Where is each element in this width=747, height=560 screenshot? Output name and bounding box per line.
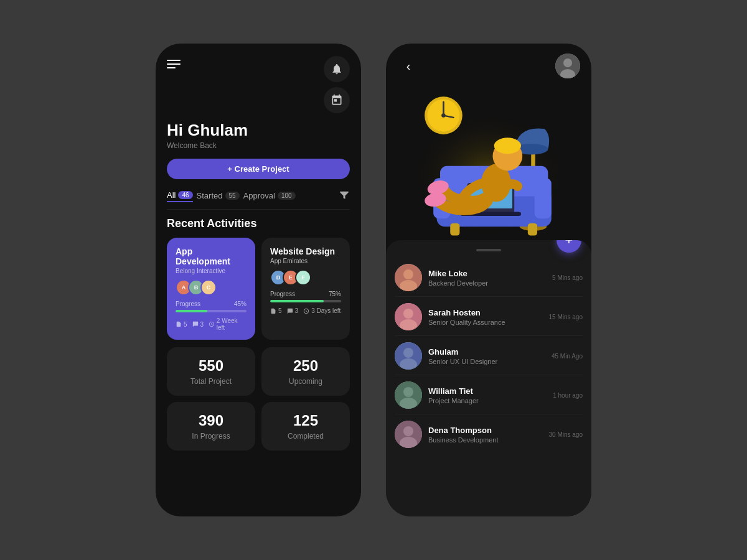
tab-started-label: Started [197,191,223,200]
right-phone: ‹ [386,44,591,516]
stat-number-progress: 390 [177,412,245,429]
contact-list: Mike Loke Backend Developer 5 Mins ago S… [395,259,583,453]
illustration-area [386,78,591,240]
contact-name-3: Ghulam [428,347,545,357]
card-avatars-2: D E F [270,269,341,286]
svg-rect-16 [450,223,459,236]
card-avatars-1: A B C [176,279,247,296]
stat-label-completed: Completed [271,432,340,441]
calendar-button[interactable] [324,87,350,113]
svg-point-41 [403,426,413,436]
tab-approval-label: Approval [243,191,275,200]
contact-time-5: 30 Mins ago [549,431,583,438]
tab-approval[interactable]: Approval 100 [243,191,296,202]
contact-info-5: Dena Thompson Business Development [428,426,543,444]
svg-point-1 [563,58,572,67]
contact-name-4: William Tiet [428,386,547,396]
card-sub-2: App Emirates [270,258,341,264]
contact-item[interactable]: William Tiet Project Manager 1 hour ago [395,376,583,414]
progress-bar-2 [270,300,341,302]
contact-avatar-5 [395,421,422,448]
card-title-2: Website Design [270,246,341,256]
tab-all-label: All [167,190,176,200]
greeting-title: Hi Ghulam [167,121,350,140]
action-icons [324,56,350,113]
tab-all[interactable]: All 46 [167,190,193,202]
tab-bar: All 46 Started 55 Approval 100 [167,189,350,210]
svg-point-38 [403,387,413,397]
contact-avatar-4 [395,381,422,409]
section-title: Recent Activities [167,217,350,230]
contact-item[interactable]: Sarah Hosten Senior Quality Assurance 15… [395,298,583,336]
svg-rect-17 [528,223,537,236]
contact-item[interactable]: Mike Loke Backend Developer 5 Mins ago [395,259,583,297]
contact-time-2: 15 Mins ago [549,314,583,320]
contact-info-3: Ghulam Senior UX UI Designer [428,347,545,365]
contact-item[interactable]: Dena Thompson Business Development 30 Mi… [395,416,583,453]
svg-point-29 [403,269,413,279]
calendar-icon [331,94,343,106]
progress-label-1: Progress 45% [176,301,247,307]
card-footer-1: 5 3 2 Week left [176,317,247,331]
contact-avatar-3 [395,342,422,370]
contact-avatar-2 [395,303,422,330]
notification-button[interactable] [324,56,350,82]
greeting-subtitle: Welcome Back [167,141,350,150]
contact-avatar-1 [395,264,422,291]
contact-panel: + Mike Loke Backend Developer 5 Mins ago [386,240,591,516]
stat-total-project: 550 Total Project [167,347,255,396]
contact-name-2: Sarah Hosten [428,308,543,317]
svg-rect-25 [496,143,520,149]
contact-info-4: William Tiet Project Manager [428,386,547,404]
avatar-6: F [295,269,311,286]
card-footer-2: 5 3 3 Days left [270,307,341,314]
stat-number-upcoming: 250 [271,357,340,375]
progress-fill-1 [176,310,207,312]
contact-time-3: 45 Min Ago [552,353,583,360]
progress-label-2: Progress 75% [270,291,341,297]
contact-item[interactable]: Ghulam Senior UX UI Designer 45 Min Ago [395,337,583,375]
contact-info-2: Sarah Hosten Senior Quality Assurance [428,308,543,326]
contact-time-4: 1 hour ago [553,392,583,399]
left-phone: Hi Ghulam Welcome Back + Create Project … [156,44,361,516]
contact-info-1: Mike Loke Backend Developer [428,269,546,287]
stats-grid: 550 Total Project 250 Upcoming 390 In Pr… [167,347,350,450]
create-project-button[interactable]: + Create Project [167,159,350,179]
activity-card-app-dev[interactable]: App Development Belong Interactive A B C… [167,238,255,340]
contact-role-4: Project Manager [428,397,547,404]
stat-in-progress: 390 In Progress [167,402,255,450]
tab-all-badge: 46 [178,191,192,199]
top-bar [167,56,350,113]
svg-point-35 [403,348,413,358]
contact-role-5: Business Development [428,436,543,444]
contact-time-1: 5 Mins ago [552,274,583,281]
activity-cards: App Development Belong Interactive A B C… [167,238,350,340]
greeting-section: Hi Ghulam Welcome Back [167,121,350,150]
svg-rect-15 [535,178,552,218]
contact-role-2: Senior Quality Assurance [428,319,543,326]
relaxing-person-illustration [386,78,591,240]
activity-card-website[interactable]: Website Design App Emirates D E F Progre… [261,238,350,340]
contact-name-1: Mike Loke [428,269,546,278]
tab-started-badge: 55 [225,192,240,200]
stat-number-total: 550 [177,357,245,375]
progress-fill-2 [270,300,324,302]
stat-label-upcoming: Upcoming [271,377,340,386]
card-sub-1: Belong Interactive [176,268,247,274]
fab-add-button[interactable]: + [557,240,581,253]
filter-icon[interactable] [339,189,350,203]
contact-role-1: Backend Developer [428,279,546,287]
tab-approval-badge: 100 [278,192,296,200]
svg-point-32 [403,309,413,319]
panel-handle [476,249,501,251]
avatar-3: C [200,279,217,296]
back-button[interactable]: ‹ [397,55,420,77]
contact-name-5: Dena Thompson [428,426,543,435]
right-top-bar: ‹ [386,44,591,78]
stat-number-completed: 125 [271,412,340,429]
bell-icon [331,63,343,75]
menu-icon[interactable] [167,56,181,68]
stat-completed: 125 Completed [261,402,350,450]
profile-avatar[interactable] [555,54,580,78]
tab-started[interactable]: Started 55 [197,191,240,202]
